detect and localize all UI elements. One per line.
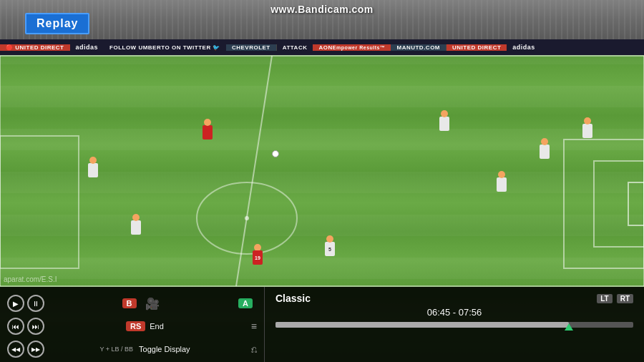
camera-icon: 🎥: [145, 297, 160, 310]
ad-twitter: FOLLOW UMBERTO ON TWITTER 🐦: [104, 44, 226, 51]
aparat-watermark: aparat.com/E.S.I: [4, 275, 57, 283]
timeline-bar[interactable]: [275, 322, 633, 328]
player-white-far-left: [88, 163, 98, 177]
player-red-19: 19: [253, 250, 263, 265]
rewind-button[interactable]: ⏮: [7, 318, 24, 335]
svg-rect-6: [0, 136, 79, 268]
bandicam-watermark: www.Bandicam.com: [270, 4, 374, 15]
ad-attack: ATTACK: [277, 44, 313, 51]
camera-name: Classic: [275, 293, 311, 304]
rt-badge[interactable]: RT: [617, 294, 633, 303]
play-button[interactable]: ▶: [7, 295, 24, 312]
timeline-progress: [275, 322, 569, 328]
slow-forward-button[interactable]: ▶▶: [27, 341, 44, 358]
replay-badge: Replay: [25, 13, 89, 34]
ad-banner: 🔴 UNITED DIRECT adidas FOLLOW UMBERTO ON…: [0, 39, 644, 55]
control-row-1: ▶ ⏸ B 🎥 A: [7, 293, 257, 314]
player-red-left: [203, 125, 213, 140]
player-white-left-mid: [131, 220, 141, 235]
slow-rewind-button[interactable]: ◀◀: [7, 341, 24, 358]
time-display: 06:45 - 07:56: [275, 307, 633, 318]
b-badge: B: [122, 298, 137, 308]
svg-rect-2: [594, 161, 644, 247]
player-white-5: 5: [325, 242, 335, 256]
camera-label-row: Classic LT RT: [275, 293, 633, 304]
ad-united-direct: 🔴 UNITED DIRECT: [0, 44, 70, 51]
player-white-far-right: [582, 124, 592, 138]
ad-aon: AON Empower Results™: [313, 44, 391, 51]
lt-rt-badges: LT RT: [597, 294, 633, 303]
fast-forward-button[interactable]: ⏭: [27, 318, 44, 335]
game-screen: 🔴 UNITED DIRECT adidas FOLLOW UMBERTO ON…: [0, 0, 644, 362]
svg-rect-1: [564, 140, 644, 268]
ad-chevrolet: CHEVROLET: [226, 44, 277, 51]
replay-label: Replay: [36, 17, 78, 29]
a-badge: A: [238, 298, 253, 308]
control-row-3: ◀◀ ▶▶ Y + LB / BB Toggle Display ⎌: [7, 338, 257, 360]
back-icon: ⎌: [251, 343, 257, 355]
control-right-panel: Classic LT RT 06:45 - 07:56: [265, 287, 644, 362]
menu-icon: ≡: [251, 321, 257, 332]
ball: [272, 150, 279, 157]
pause-button[interactable]: ⏸: [27, 295, 44, 312]
end-label: End: [150, 322, 164, 331]
lt-badge[interactable]: LT: [597, 294, 612, 303]
control-left-panel: ▶ ⏸ B 🎥 A ⏮ ⏭ RS End ≡ ◀◀ ▶▶: [0, 287, 265, 362]
ad-manutd: MANUTD.COM: [391, 44, 447, 51]
timeline-marker: [565, 323, 573, 331]
control-row-2: ⏮ ⏭ RS End ≡: [7, 315, 257, 337]
combo-label: Y + LB / BB: [99, 346, 133, 353]
rs-badge: RS: [126, 321, 145, 331]
ad-adidas2: adidas: [507, 44, 541, 51]
player-white-right2: [497, 177, 507, 192]
svg-rect-3: [628, 182, 644, 225]
ad-united-direct2: UNITED DIRECT: [447, 44, 507, 51]
player-white-right1: [439, 117, 449, 131]
control-bar: ▶ ⏸ B 🎥 A ⏮ ⏭ RS End ≡ ◀◀ ▶▶: [0, 287, 644, 362]
ad-adidas1: adidas: [70, 44, 104, 51]
player-white-right3: [540, 145, 550, 159]
svg-point-5: [245, 216, 249, 220]
ad-banner-inner: 🔴 UNITED DIRECT adidas FOLLOW UMBERTO ON…: [0, 44, 644, 51]
toggle-display-label: Toggle Display: [139, 345, 190, 353]
